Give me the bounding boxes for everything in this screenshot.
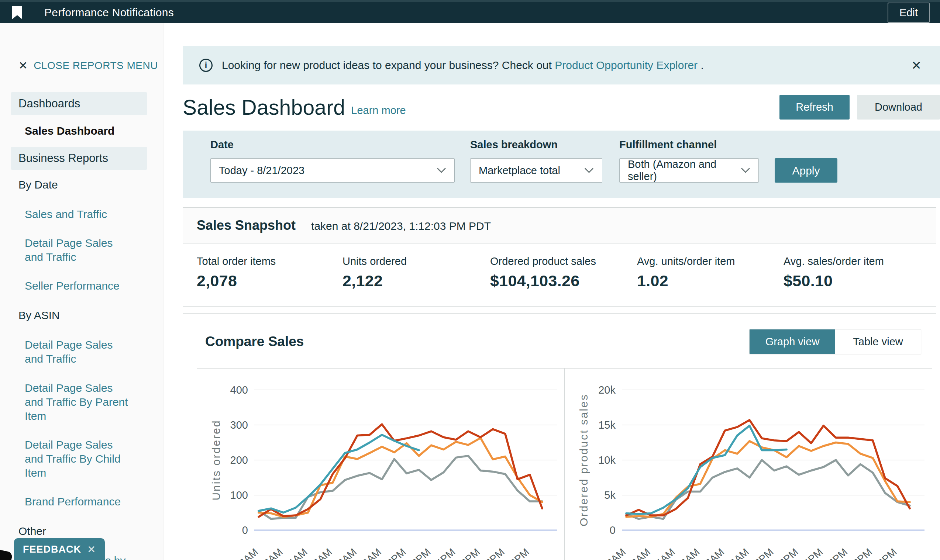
sales-breakdown-select[interactable]: Marketplace total	[470, 158, 602, 183]
sales-snapshot-title: Sales Snapshot	[197, 218, 296, 233]
metric-label: Total order items	[197, 255, 342, 268]
banner-text: Looking for new product ideas to expand …	[222, 59, 704, 72]
metric-label: Avg. sales/order item	[783, 255, 884, 268]
close-reports-menu-button[interactable]: ✕ CLOSE REPORTS MENU	[18, 59, 163, 72]
x-tick-label: 6PM	[459, 546, 482, 560]
x-tick-label: 8PM	[851, 546, 874, 560]
sidebar-item-detail-page-sales-and-traffic[interactable]: Detail Page Sales and Traffic	[0, 229, 148, 272]
fulfillment-channel-select[interactable]: Both (Amazon and seller)	[619, 158, 759, 183]
y-tick-label: 400	[230, 384, 248, 396]
y-axis-title: Ordered product sales	[578, 394, 590, 526]
snapshot-metrics: Total order items2,078Units ordered2,122…	[183, 243, 936, 306]
bookmark-icon[interactable]	[12, 6, 22, 19]
download-button[interactable]: Download	[857, 95, 940, 120]
sales-breakdown-value: Marketplace total	[479, 165, 560, 177]
edit-button[interactable]: Edit	[888, 3, 930, 23]
charts-row: 0100200300400Units ordered12AM2AM4AM6AM8…	[197, 368, 936, 560]
date-select-value: Today - 8/21/2023	[219, 165, 305, 177]
x-tick-label: 10PM	[504, 546, 532, 560]
chevron-down-icon	[734, 168, 750, 173]
metric-label: Ordered product sales	[490, 255, 637, 268]
y-tick-label: 100	[230, 489, 248, 501]
page-title: Sales Dashboard	[183, 95, 345, 120]
app: Performance Notifications Edit ✕ CLOSE R…	[0, 0, 940, 560]
sales-snapshot-timestamp: taken at 8/21/2023, 1:12:03 PM PDT	[311, 220, 491, 232]
chart-line-orange-series	[626, 441, 910, 517]
ordered-product-sales-chart: 05k10k15k20kOrdered product sales12AM2AM…	[564, 368, 932, 560]
y-tick-label: 0	[610, 524, 616, 536]
view-toggle: Graph view Table view	[749, 329, 921, 354]
y-tick-label: 200	[230, 454, 248, 466]
sidebar-item-business-reports: Business Reports	[11, 147, 147, 170]
reports-sidebar: ✕ CLOSE REPORTS MENU DashboardsSales Das…	[0, 23, 163, 560]
x-tick-label: 2PM	[409, 546, 433, 560]
info-banner: i Looking for new product ideas to expan…	[183, 46, 940, 85]
feedback-close-icon[interactable]: ✕	[87, 543, 96, 555]
x-tick-label: 2AM	[629, 546, 652, 560]
feedback-button[interactable]: FEEDBACK ✕	[14, 538, 105, 560]
x-tick-label: 4PM	[801, 546, 825, 560]
metric-label: Avg. units/order item	[637, 255, 783, 268]
sidebar-item-detail-page-sales-and-traffic-by-parent-item[interactable]: Detail Page Sales and Traffic By Parent …	[0, 374, 148, 431]
x-tick-label: 2AM	[261, 546, 285, 560]
sidebar-item-seller-performance[interactable]: Seller Performance	[0, 272, 148, 300]
metric-value: 2,122	[342, 272, 490, 290]
main-content: i Looking for new product ideas to expan…	[163, 23, 940, 560]
chart-line-orange-series	[259, 438, 542, 517]
sidebar-item-detail-page-sales-and-traffic[interactable]: Detail Page Sales and Traffic	[0, 331, 148, 373]
x-tick-label: 8PM	[483, 546, 507, 560]
sales-snapshot-card: Sales Snapshot taken at 8/21/2023, 1:12:…	[183, 207, 936, 306]
sidebar-list: DashboardsSales DashboardBusiness Report…	[0, 92, 163, 560]
y-tick-label: 15k	[598, 419, 616, 431]
date-filter-label: Date	[210, 139, 470, 151]
x-tick-label: 6AM	[311, 546, 334, 560]
top-bar: Performance Notifications Edit	[0, 0, 940, 23]
sidebar-item-dashboards: Dashboards	[11, 92, 147, 115]
x-tick-label: 10AM	[356, 546, 384, 560]
x-tick-label: 12PM	[748, 546, 776, 560]
sidebar-item-detail-page-sales-and-traffic-by-child-item[interactable]: Detail Page Sales and Traffic By Child I…	[0, 431, 148, 487]
apply-button[interactable]: Apply	[775, 158, 837, 183]
chart-line-gray-series	[626, 460, 910, 519]
x-tick-label: 10PM	[871, 546, 899, 560]
x-tick-label: 8AM	[336, 546, 359, 560]
close-reports-menu-label: CLOSE REPORTS MENU	[34, 60, 158, 72]
compare-sales-header: Compare Sales Graph view Table view	[183, 314, 936, 354]
units-ordered-chart: 0100200300400Units ordered12AM2AM4AM6AM8…	[197, 368, 565, 560]
metric-value: $104,103.26	[490, 272, 637, 290]
sales-breakdown-label: Sales breakdown	[470, 139, 619, 151]
x-tick-label: 8AM	[703, 546, 727, 560]
y-tick-label: 300	[230, 419, 248, 431]
chart-line-teal-current-day-series	[259, 435, 419, 513]
refresh-button[interactable]: Refresh	[780, 95, 849, 120]
table-view-button[interactable]: Table view	[835, 329, 921, 354]
metric-label: Units ordered	[342, 255, 490, 268]
close-icon: ✕	[18, 59, 28, 72]
page-header-title: Performance Notifications	[44, 6, 174, 19]
sidebar-item-brand-performance[interactable]: Brand Performance	[0, 487, 148, 516]
y-axis-title: Units ordered	[210, 420, 222, 500]
graph-view-button[interactable]: Graph view	[750, 329, 835, 354]
metric-value: $50.10	[783, 272, 884, 290]
product-opportunity-explorer-link[interactable]: Product Opportunity Explorer	[555, 59, 698, 71]
x-tick-label: 4PM	[434, 546, 458, 560]
sidebar-item-sales-dashboard[interactable]: Sales Dashboard	[0, 115, 163, 147]
feedback-label: FEEDBACK	[23, 544, 81, 555]
x-tick-label: 4AM	[286, 546, 310, 560]
filter-bar: Date Today - 8/21/2023 Sales breakdown M…	[183, 131, 940, 198]
y-tick-label: 20k	[598, 384, 616, 396]
metric-ordered-product-sales: Ordered product sales$104,103.26	[490, 255, 637, 290]
sidebar-item-sales-and-traffic[interactable]: Sales and Traffic	[0, 200, 148, 229]
learn-more-link[interactable]: Learn more	[351, 105, 405, 117]
x-tick-label: 6PM	[826, 546, 850, 560]
fulfillment-channel-label: Fulfillment channel	[619, 139, 775, 151]
metric-total-order-items: Total order items2,078	[197, 255, 342, 290]
y-tick-label: 0	[242, 524, 248, 536]
banner-close-icon[interactable]: ✕	[911, 58, 922, 73]
metric-value: 1.02	[637, 272, 783, 290]
x-tick-label: 10AM	[723, 546, 751, 560]
date-select[interactable]: Today - 8/21/2023	[210, 158, 455, 183]
fulfillment-channel-value: Both (Amazon and seller)	[628, 158, 734, 183]
x-tick-label: 4AM	[653, 546, 677, 560]
banner-text-before: Looking for new product ideas to expand …	[222, 59, 555, 71]
